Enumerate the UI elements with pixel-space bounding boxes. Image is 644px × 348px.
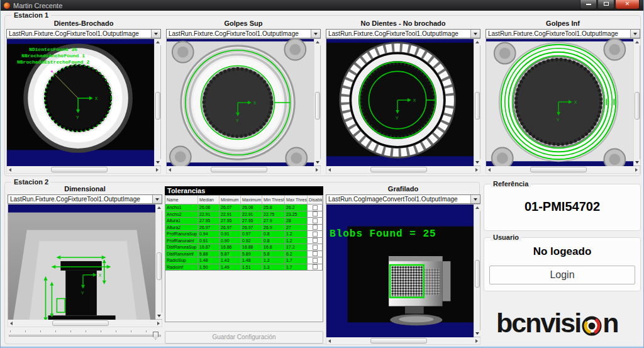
svg-text:X: X xyxy=(95,96,98,101)
combo-dropdown-button[interactable] xyxy=(152,195,162,203)
disable-checkbox[interactable] xyxy=(313,245,318,250)
disable-checkbox[interactable] xyxy=(313,264,318,269)
disable-checkbox[interactable] xyxy=(313,232,318,237)
scroll-right-arrow[interactable] xyxy=(474,166,480,174)
scrollbar-thumb[interactable] xyxy=(530,167,587,172)
scrollbar-thumb[interactable] xyxy=(52,320,109,326)
scroll-up-arrow[interactable] xyxy=(156,205,162,211)
camera-image-display[interactable]: X Y xyxy=(486,38,640,166)
scrollbar-thumb[interactable] xyxy=(635,92,640,120)
vertical-scrollbar[interactable] xyxy=(474,39,480,166)
tolerance-cell-minimum: 26.97 xyxy=(219,225,241,232)
camera-image-golpes-sup: X Y xyxy=(167,39,314,167)
tolerance-cell-name: DistRanuraInf xyxy=(165,251,198,258)
scroll-up-arrow[interactable] xyxy=(314,39,321,45)
login-button[interactable]: Login xyxy=(489,266,635,284)
scroll-right-arrow[interactable] xyxy=(474,337,480,345)
panel-title: Golpes Inf xyxy=(486,20,640,28)
image-source-combo[interactable]: LastRun.CogImageConvertTool1.OutputImage xyxy=(326,194,480,204)
image-source-combo[interactable]: LastRun.Fixture.CogFixtureTool1.OutputIm… xyxy=(8,194,162,204)
svg-text:Y: Y xyxy=(396,116,399,120)
scrollbar-thumb[interactable] xyxy=(315,92,320,120)
scroll-right-arrow[interactable] xyxy=(314,166,320,174)
vertical-scrollbar[interactable] xyxy=(155,205,162,319)
disable-checkbox[interactable] xyxy=(313,258,318,263)
scrollbar-thumb[interactable] xyxy=(155,92,160,120)
disable-checkbox[interactable] xyxy=(313,251,318,256)
scroll-down-arrow[interactable] xyxy=(474,330,480,337)
slider-thumb[interactable] xyxy=(153,332,158,340)
disable-checkbox[interactable] xyxy=(313,205,318,210)
tolerance-cell-max_threshold: 23.25 xyxy=(285,211,308,218)
combo-dropdown-button[interactable] xyxy=(151,30,160,38)
disable-checkbox[interactable] xyxy=(313,238,318,243)
scroll-right-arrow[interactable] xyxy=(155,320,162,327)
image-source-combo[interactable]: LastRun.Fixture.CogFixtureTool1.OutputIm… xyxy=(486,29,640,38)
vertical-scrollbar[interactable] xyxy=(314,39,320,166)
combo-dropdown-button[interactable] xyxy=(311,30,320,38)
camera-image-display[interactable]: X Y xyxy=(166,38,321,166)
horizontal-scrollbar[interactable] xyxy=(486,166,640,174)
scroll-up-arrow[interactable] xyxy=(155,39,161,45)
scroll-down-arrow[interactable] xyxy=(634,159,640,166)
tolerance-cell-max_threshold: 1.7 xyxy=(285,257,308,264)
horizontal-scrollbar[interactable] xyxy=(8,320,162,327)
scrollbar-thumb[interactable] xyxy=(157,252,162,280)
combo-dropdown-button[interactable] xyxy=(630,30,640,38)
scrollbar-thumb[interactable] xyxy=(370,167,427,172)
horizontal-scrollbar[interactable] xyxy=(326,337,480,345)
svg-text:X: X xyxy=(413,98,416,103)
camera-image-display[interactable]: X Y xyxy=(326,38,480,166)
tolerance-cell-min_threshold: 0.8 xyxy=(262,231,285,238)
tolerance-cell-min_threshold: 16.8 xyxy=(262,244,285,251)
scrollbar-thumb[interactable] xyxy=(211,167,267,172)
vertical-scrollbar[interactable] xyxy=(154,39,160,166)
combo-value: LastRun.Fixture.CogFixtureTool1.OutputIm… xyxy=(326,30,470,38)
scroll-down-arrow[interactable] xyxy=(156,313,162,319)
scroll-up-arrow[interactable] xyxy=(474,205,480,211)
combo-dropdown-button[interactable] xyxy=(470,195,480,203)
scroll-left-arrow[interactable] xyxy=(326,166,333,174)
close-button[interactable]: ✕ xyxy=(615,0,640,9)
camera-image-display[interactable]: Blobs Found = 25 xyxy=(326,204,480,337)
image-source-combo[interactable]: LastRun.Fixture.CogFixtureTool1.OutputIm… xyxy=(6,29,161,38)
maximize-button[interactable] xyxy=(597,0,614,9)
scroll-right-arrow[interactable] xyxy=(154,166,160,174)
horizontal-scrollbar[interactable] xyxy=(166,166,321,174)
tolerance-cell-disable xyxy=(308,218,323,225)
chevron-down-icon xyxy=(155,198,159,201)
vertical-scrollbar[interactable] xyxy=(633,39,640,166)
scroll-down-arrow[interactable] xyxy=(155,159,161,166)
scroll-left-arrow[interactable] xyxy=(8,320,14,327)
combo-dropdown-button[interactable] xyxy=(470,30,480,38)
image-source-combo[interactable]: LastRun.Fixture.CogFixtureTool1.OutputIm… xyxy=(326,29,480,38)
save-config-button[interactable]: Guardar Configuración xyxy=(165,331,323,344)
disable-checkbox[interactable] xyxy=(313,225,318,230)
scrollbar-thumb[interactable] xyxy=(475,260,480,288)
scroll-up-arrow[interactable] xyxy=(634,39,640,45)
scroll-left-arrow[interactable] xyxy=(167,166,173,174)
scroll-right-arrow[interactable] xyxy=(633,166,640,174)
minimize-button[interactable] xyxy=(580,0,597,9)
horizontal-scrollbar[interactable] xyxy=(6,166,161,174)
scrollbar-thumb[interactable] xyxy=(475,92,480,120)
camera-image-display[interactable]: X Y xyxy=(8,204,162,320)
scroll-down-arrow[interactable] xyxy=(314,159,321,166)
station1-label: Estacion 1 xyxy=(11,11,51,19)
camera-image-display[interactable]: X Y NDientesFound 36 NBrochadoAnchoFound… xyxy=(6,38,161,166)
horizontal-scrollbar[interactable] xyxy=(326,166,480,174)
scroll-left-arrow[interactable] xyxy=(486,166,492,174)
zoom-slider[interactable] xyxy=(8,329,162,340)
scroll-down-arrow[interactable] xyxy=(474,159,480,166)
scrollbar-thumb[interactable] xyxy=(51,167,108,172)
image-source-combo[interactable]: LastRun.Fixture.CogFixtureTool1.OutputIm… xyxy=(166,29,321,38)
disable-checkbox[interactable] xyxy=(313,211,318,216)
disable-checkbox[interactable] xyxy=(313,218,318,223)
scroll-left-arrow[interactable] xyxy=(326,337,333,345)
vertical-scrollbar[interactable] xyxy=(474,205,480,337)
scrollbar-thumb[interactable] xyxy=(370,338,427,344)
panel-dimensional: Dimensional LastRun.Fixture.CogFixtureTo… xyxy=(8,185,162,340)
scroll-left-arrow[interactable] xyxy=(7,166,13,174)
tolerance-cell-maximum: 1.51 xyxy=(241,264,262,271)
scroll-up-arrow[interactable] xyxy=(474,39,480,45)
